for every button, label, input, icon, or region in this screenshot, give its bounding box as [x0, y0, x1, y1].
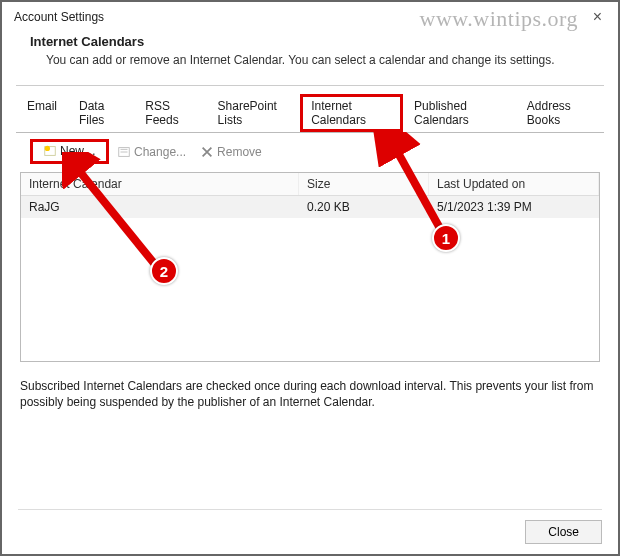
- tab-published-calendars[interactable]: Published Calendars: [403, 94, 516, 132]
- annotation-badge-2: 2: [150, 257, 178, 285]
- page-title: Internet Calendars: [30, 34, 590, 49]
- col-size[interactable]: Size: [299, 173, 429, 195]
- tab-internet-calendars[interactable]: Internet Calendars: [300, 94, 403, 132]
- annotation-badge-1: 1: [432, 224, 460, 252]
- tab-sharepoint-lists[interactable]: SharePoint Lists: [207, 94, 301, 132]
- dialog-footer: Close: [18, 509, 602, 544]
- tab-bar: Email Data Files RSS Feeds SharePoint Li…: [2, 94, 618, 132]
- remove-button-label: Remove: [217, 145, 262, 159]
- svg-point-1: [45, 146, 50, 151]
- cell-updated: 5/1/2023 1:39 PM: [429, 196, 599, 218]
- new-button-label: New…: [60, 144, 96, 158]
- change-icon: [117, 145, 131, 159]
- change-button[interactable]: Change...: [111, 143, 192, 161]
- footer-note: Subscribed Internet Calendars are checke…: [2, 370, 618, 418]
- col-updated[interactable]: Last Updated on: [429, 173, 599, 195]
- tab-address-books[interactable]: Address Books: [516, 94, 604, 132]
- new-button[interactable]: New…: [37, 142, 102, 160]
- list-header: Internet Calendar Size Last Updated on: [21, 173, 599, 196]
- tab-data-files[interactable]: Data Files: [68, 94, 134, 132]
- tab-rss-feeds[interactable]: RSS Feeds: [134, 94, 206, 132]
- divider: [16, 85, 604, 86]
- remove-icon: [200, 145, 214, 159]
- remove-button[interactable]: Remove: [194, 143, 268, 161]
- cell-name: RaJG: [21, 196, 299, 218]
- page-subtitle: You can add or remove an Internet Calend…: [30, 53, 590, 67]
- close-button[interactable]: Close: [525, 520, 602, 544]
- change-button-label: Change...: [134, 145, 186, 159]
- window-title: Account Settings: [2, 2, 618, 28]
- tab-email[interactable]: Email: [16, 94, 68, 132]
- calendar-list[interactable]: Internet Calendar Size Last Updated on R…: [20, 172, 600, 362]
- close-icon[interactable]: ×: [593, 8, 602, 26]
- list-row[interactable]: RaJG 0.20 KB 5/1/2023 1:39 PM: [21, 196, 599, 218]
- new-icon: [43, 144, 57, 158]
- toolbar: New… Change... Remove: [16, 132, 604, 168]
- col-name[interactable]: Internet Calendar: [21, 173, 299, 195]
- cell-size: 0.20 KB: [299, 196, 429, 218]
